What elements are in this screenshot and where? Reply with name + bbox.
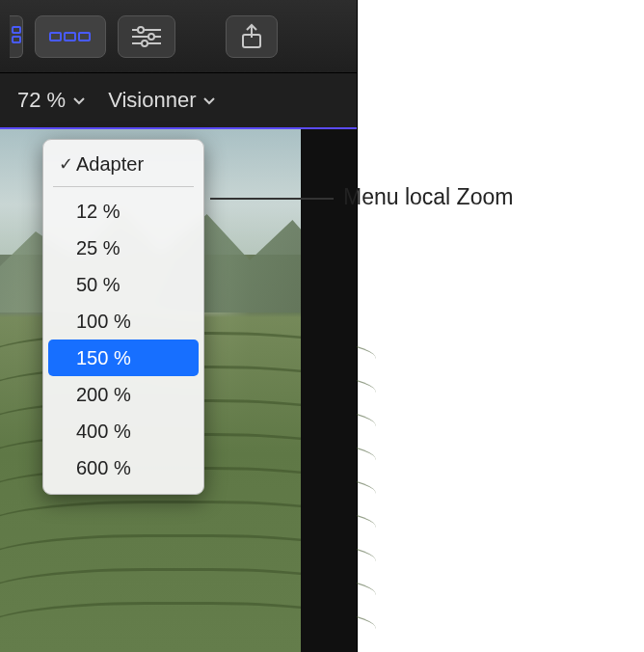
zoom-option-600[interactable]: 600 % (43, 449, 203, 486)
adjustments-button[interactable] (118, 15, 175, 58)
zoom-dropdown[interactable]: 72 % (17, 88, 87, 113)
zoom-option-label: 150 % (76, 347, 131, 369)
svg-rect-3 (65, 33, 75, 41)
viewport-edge (301, 129, 357, 652)
svg-rect-1 (13, 37, 20, 42)
zoom-option-label: 400 % (76, 421, 131, 443)
view-mode-button[interactable] (35, 15, 106, 58)
svg-point-8 (148, 34, 154, 40)
svg-rect-0 (13, 27, 20, 33)
view-dropdown[interactable]: Visionner (108, 88, 217, 113)
zoom-option-12[interactable]: 12 % (43, 193, 203, 230)
callout-label: Menu local Zoom (343, 184, 513, 210)
share-button[interactable] (226, 15, 278, 58)
main-toolbar (0, 0, 357, 73)
zoom-option-label: 600 % (76, 457, 131, 479)
zoom-option-50[interactable]: 50 % (43, 266, 203, 303)
zoom-option-label: 100 % (76, 311, 131, 333)
zoom-option-200[interactable]: 200 % (43, 376, 203, 413)
zoom-option-400[interactable]: 400 % (43, 413, 203, 449)
menu-separator (53, 186, 194, 187)
svg-rect-4 (79, 33, 90, 41)
zoom-menu: ✓ Adapter 12 % 25 % 50 % 100 % 150 % 200… (42, 139, 204, 495)
zoom-option-label: 50 % (76, 274, 121, 296)
sidebar-toggle-button[interactable] (10, 15, 23, 58)
chevron-down-icon (71, 93, 87, 108)
svg-rect-2 (50, 33, 61, 41)
zoom-option-100[interactable]: 100 % (43, 303, 203, 340)
zoom-option-label: Adapter (76, 153, 144, 176)
checkmark-icon: ✓ (55, 153, 76, 175)
zoom-option-150[interactable]: 150 % (48, 340, 199, 376)
svg-point-6 (138, 27, 144, 33)
chevron-down-icon (201, 93, 217, 108)
zoom-value: 72 % (17, 88, 66, 113)
zoom-option-label: 12 % (76, 201, 121, 223)
zoom-option-25[interactable]: 25 % (43, 230, 203, 266)
zoom-option-label: 200 % (76, 384, 131, 406)
svg-point-10 (142, 41, 148, 46)
zoom-option-label: 25 % (76, 237, 121, 259)
zoom-option-fit[interactable]: ✓ Adapter (43, 146, 203, 182)
view-label: Visionner (108, 88, 196, 113)
secondary-toolbar: 72 % Visionner (0, 73, 357, 129)
